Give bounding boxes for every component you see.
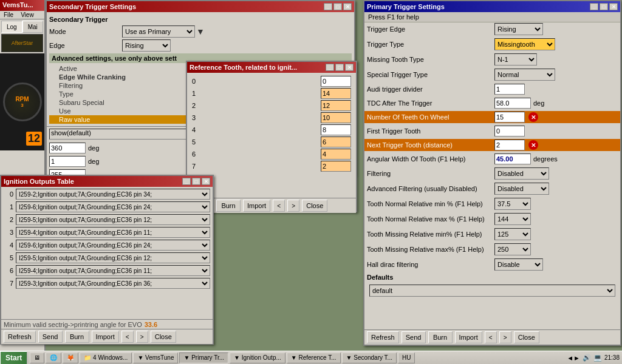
pt-refresh-btn[interactable]: Refresh	[367, 331, 399, 343]
menu-view[interactable]: View	[17, 11, 38, 19]
tooth-norm-min-select[interactable]: 37.5	[494, 198, 531, 210]
ref-row-7: 7	[190, 160, 354, 172]
pt-close-btn[interactable]: Close	[514, 331, 539, 343]
next-trigger-tooth-input[interactable]	[494, 140, 525, 150]
hall-dirac-select[interactable]: Disable	[494, 258, 543, 271]
ref-import-btn[interactable]: Import	[243, 200, 270, 212]
ign-import-btn[interactable]: Import	[92, 331, 119, 343]
tooth-norm-max-select[interactable]: 144	[494, 213, 531, 225]
ign-num-3: 3	[4, 229, 13, 236]
menu-file[interactable]: File	[0, 11, 17, 19]
tray-network-icon: 💻	[593, 354, 602, 362]
ignition-outputs-bottom-bar: Refresh Send Burn Import < > Close	[1, 329, 213, 344]
angular-width-input[interactable]	[494, 153, 531, 164]
ref-close-btn[interactable]: ✕	[345, 64, 354, 71]
ign-select-3[interactable]: I259-4;Ignition output;7A;Grounding;EC36…	[16, 227, 210, 238]
trigger-edge-select[interactable]: Rising	[494, 23, 543, 35]
teeth-on-wheel-input[interactable]	[494, 112, 525, 123]
tab-mai[interactable]: Mai	[22, 21, 44, 33]
first-trigger-tooth-input[interactable]	[494, 126, 525, 136]
val-1[interactable]	[49, 156, 86, 167]
edge-select[interactable]: Rising	[122, 39, 171, 52]
tooth-miss-min-label: Tooth Missing Relative min% (F1 Help)	[367, 231, 494, 238]
tooth-miss-min-select[interactable]: 125	[494, 228, 531, 240]
ref-input-6[interactable]	[321, 149, 351, 160]
ref-input-3[interactable]	[321, 112, 351, 123]
pt-minimize-btn[interactable]: _	[590, 3, 598, 10]
pt-burn-btn[interactable]: Burn	[428, 331, 453, 343]
ref-maximize-btn[interactable]: □	[335, 64, 344, 71]
taskbar-secondary-item[interactable]: ▼ Secondary T...	[342, 352, 397, 363]
reference-tooth-titlebar: Reference Tooth, related to ignit... _ □…	[187, 62, 356, 73]
next-trigger-tooth-row: Next Trigger Tooth (distance) ✕	[364, 139, 620, 151]
special-trigger-type-label: Special Trigger Type	[367, 71, 494, 78]
adv-filtering-select[interactable]: Disabled	[494, 183, 549, 195]
taskbar-ignition-item[interactable]: ▼ Ignition Outp...	[230, 352, 285, 363]
ign-next-btn[interactable]: >	[136, 331, 148, 343]
filtering-select[interactable]: Disabled	[494, 167, 549, 180]
defaults-label: Defaults	[367, 274, 494, 281]
ref-input-1[interactable]	[321, 88, 351, 99]
ign-minimize-btn[interactable]: _	[182, 178, 191, 185]
pt-maximize-btn[interactable]: □	[600, 3, 608, 10]
ign-select-1[interactable]: I259-6;Ignition output;7A;Grounding;EC36…	[16, 201, 210, 212]
ref-close-btn-bottom[interactable]: Close	[302, 200, 327, 212]
taskbar-reference-item[interactable]: ▼ Reference T...	[287, 352, 341, 363]
ign-select-2[interactable]: I259-5;Ignition output;7A;Grounding;EC36…	[16, 214, 210, 225]
audi-trigger-input[interactable]	[494, 84, 525, 95]
ref-input-2[interactable]	[321, 100, 351, 111]
ign-prev-btn[interactable]: <	[121, 331, 134, 343]
ign-close-btn[interactable]: ✕	[202, 178, 210, 185]
taskbar-vemstune-item[interactable]: ▼ VemsTune	[133, 352, 178, 363]
tab-log[interactable]: Log	[1, 21, 22, 33]
pt-send-btn[interactable]: Send	[402, 331, 426, 343]
first-trigger-tooth-row: First Trigger Tooth	[364, 125, 620, 137]
ign-select-7[interactable]: I259-3;Ignition output;7A;Grounding;EC36…	[16, 278, 210, 289]
close-btn[interactable]: ✕	[343, 3, 352, 10]
start-button[interactable]: Start	[0, 351, 27, 365]
val-360[interactable]	[49, 143, 86, 153]
pt-close-btn-top[interactable]: ✕	[609, 3, 618, 10]
taskbar-primary-tr-item[interactable]: ▼ Primary Tr...	[179, 352, 228, 363]
missing-tooth-type-select[interactable]: N-1	[494, 53, 537, 66]
ref-row-5: 5	[190, 136, 354, 148]
ign-maximize-btn[interactable]: □	[192, 178, 200, 185]
ref-next-btn[interactable]: >	[287, 200, 299, 212]
minimize-btn[interactable]: _	[324, 3, 332, 10]
ign-select-4[interactable]: I259-6;Ignition output;7A;Grounding;EC36…	[16, 240, 210, 251]
ref-row-0: 0	[190, 75, 354, 87]
ref-minimize-btn[interactable]: _	[326, 64, 334, 71]
mode-select[interactable]: Use as Primary	[122, 25, 195, 38]
ref-input-7[interactable]	[321, 161, 351, 172]
ign-send-btn[interactable]: Send	[38, 331, 63, 343]
tdc-trigger-input[interactable]	[494, 98, 531, 109]
defaults-select[interactable]: default	[369, 285, 615, 297]
taskbar-icon-browser1[interactable]: 🌐	[46, 352, 61, 363]
pt-import-btn[interactable]: Import	[455, 331, 482, 343]
special-trigger-type-select[interactable]: Normal	[494, 69, 555, 81]
taskbar-hu-item[interactable]: HU	[398, 352, 415, 363]
taskbar-icon-pc[interactable]: 🖥	[30, 352, 44, 363]
ignition-outputs-window: Ignition Outputs Table _ □ ✕ 0 I259-2;Ig…	[0, 175, 214, 345]
ign-select-6[interactable]: I259-4;Ignition output;7A;Grounding;EC36…	[16, 265, 210, 276]
ign-row-1: 1 I259-6;Ignition output;7A;Grounding;EC…	[2, 201, 211, 213]
pt-next-btn[interactable]: >	[499, 331, 511, 343]
maximize-btn[interactable]: □	[333, 3, 342, 10]
ign-select-0[interactable]: I259-2;Ignition output;7A;Grounding;EC36…	[16, 189, 210, 200]
ref-input-5[interactable]	[321, 136, 351, 147]
ign-refresh-btn[interactable]: Refresh	[4, 331, 36, 343]
taskbar-windows-item[interactable]: 📁 4 Windows...	[80, 352, 132, 363]
ref-burn-btn[interactable]: Burn	[216, 200, 241, 212]
taskbar-icon-browser2[interactable]: 🦊	[63, 352, 78, 363]
ign-select-5[interactable]: I259-5;Ignition output;7A;Grounding;EC36…	[16, 252, 210, 263]
mode-label: Mode	[49, 28, 122, 35]
ign-close-btn[interactable]: Close	[151, 331, 176, 343]
ref-input-4[interactable]	[321, 124, 351, 135]
ign-row-2: 2 I259-5;Ignition output;7A;Grounding;EC…	[2, 214, 211, 226]
ref-prev-btn[interactable]: <	[273, 200, 285, 212]
tooth-miss-max-select[interactable]: 250	[494, 243, 531, 255]
ign-burn-btn[interactable]: Burn	[65, 331, 89, 343]
trigger-type-select[interactable]: Missingtooth	[494, 38, 555, 50]
pt-prev-btn[interactable]: <	[485, 331, 497, 343]
ref-input-0[interactable]	[321, 76, 351, 87]
